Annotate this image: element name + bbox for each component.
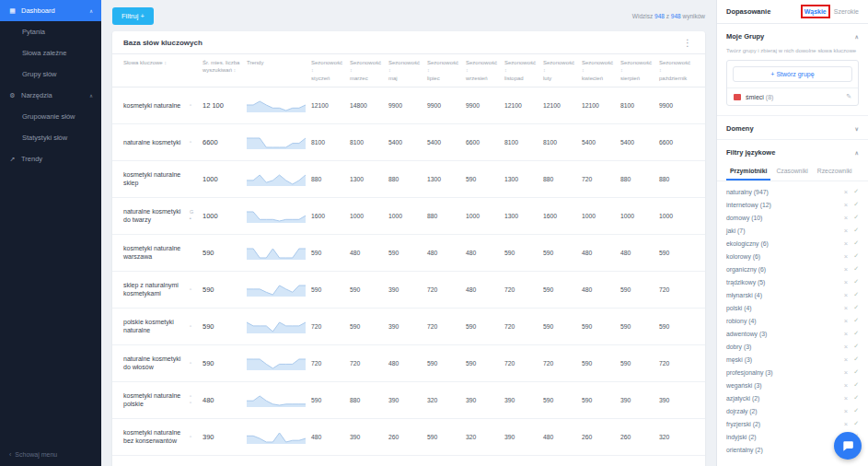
tab-keyword-database[interactable]: Baza słów kluczowych (123, 39, 203, 47)
exclude-word-icon[interactable]: × (844, 188, 848, 196)
include-word-icon[interactable]: ✓ (853, 201, 859, 208)
table-row[interactable]: kosmetyki naturalne warszawa590590480590… (112, 235, 705, 272)
exclude-word-icon[interactable]: × (844, 252, 848, 261)
table-row[interactable]: naturalne kosmetyki do twarzyG▪100016001… (112, 198, 705, 235)
column-header-keyword[interactable]: Słowa kluczowe ↕ (123, 59, 190, 66)
sidebar-item-grupowanie-słów[interactable]: Grupowanie słów (0, 106, 101, 127)
table-row[interactable]: kosmetyki naturalne▫12 10012100148009900… (112, 87, 705, 124)
table-row[interactable]: naturalne kosmetyki do włosów▫5907207204… (112, 345, 705, 382)
sidebar-item-pytania[interactable]: Pytania (0, 21, 101, 42)
keyword-badges: G▪ (190, 210, 203, 222)
exclude-word-icon[interactable]: × (844, 368, 848, 377)
include-word-icon[interactable]: ✓ (853, 304, 859, 311)
season-cell-maj: 9900 (388, 102, 427, 109)
column-header-sezonowosc-maj[interactable]: Sezonowość ↕maj (388, 59, 427, 82)
exclude-word-icon[interactable]: × (844, 355, 848, 364)
include-word-icon[interactable]: ✓ (853, 317, 859, 324)
column-header-sezonowosc-lipiec[interactable]: Sezonowość ↕lipiec (427, 59, 466, 82)
filter-button[interactable]: Filtruj + (112, 7, 154, 25)
chat-widget-button[interactable] (834, 432, 862, 460)
sidebar-item-narzędzia[interactable]: ⚙Narzędzia∧ (0, 85, 101, 106)
section-domeny[interactable]: Domeny ∨ (717, 116, 868, 139)
column-header-avg-volume[interactable]: Śr. mies. liczba wyszukiwań ↕ (203, 59, 247, 75)
exclude-word-icon[interactable]: × (844, 407, 848, 415)
table-row[interactable]: naturalne kosmetyki▫66008100810054005400… (112, 124, 705, 161)
tab-czasowniki[interactable]: Czasowniki (772, 163, 811, 181)
column-header-sezonowosc-sierpień[interactable]: Sezonowość ↕sierpień (620, 59, 659, 82)
sidebar-item-słowa-zależne[interactable]: Słowa zależne (0, 42, 101, 64)
exclude-word-icon[interactable]: × (844, 227, 848, 235)
exclude-word-icon[interactable]: × (844, 201, 848, 209)
create-group-button[interactable]: + Stwórz grupę (733, 66, 852, 82)
exclude-word-icon[interactable]: × (844, 239, 848, 248)
column-header-sezonowosc-listopad[interactable]: Sezonowość ↕listopad (504, 59, 543, 82)
include-word-icon[interactable]: ✓ (853, 239, 859, 247)
include-word-icon[interactable]: ✓ (853, 265, 859, 273)
include-word-icon[interactable]: ✓ (853, 420, 859, 427)
word-filter-row: naturalny (947)×✓ (726, 185, 859, 198)
exclude-word-icon[interactable]: × (844, 330, 848, 338)
exclude-word-icon[interactable]: × (844, 381, 848, 390)
exclude-word-icon[interactable]: × (844, 304, 848, 312)
column-header-sezonowosc-kwiecień[interactable]: Sezonowość ↕kwiecień (582, 59, 620, 82)
exclude-word-icon[interactable]: × (844, 420, 848, 428)
group-item[interactable]: śmieci (8) ✎ (727, 87, 858, 105)
exclude-word-icon[interactable]: × (844, 343, 848, 351)
include-word-icon[interactable]: ✓ (853, 343, 859, 350)
season-cell-lipiec: 480 (427, 250, 466, 256)
sidebar-item-trendy[interactable]: ↗Trendy (0, 148, 101, 169)
tab-przymiotniki[interactable]: Przymiotniki (726, 163, 770, 181)
exclude-word-icon[interactable]: × (844, 278, 848, 286)
include-word-icon[interactable]: ✓ (853, 330, 859, 337)
sidebar-item-dashboard[interactable]: ▦Dashboard∧ (0, 0, 101, 21)
include-word-icon[interactable]: ✓ (853, 214, 859, 221)
include-word-icon[interactable]: ✓ (853, 381, 859, 389)
include-word-icon[interactable]: ✓ (853, 407, 859, 414)
sidebar-item-grupy-słów[interactable]: Grupy słów (0, 64, 101, 85)
column-header-sezonowosc-październik[interactable]: Sezonowość ↕październik (659, 59, 698, 82)
include-word-icon[interactable]: ✓ (853, 355, 859, 363)
column-header-sezonowosc-marzec[interactable]: Sezonowość ↕marzec (350, 59, 388, 82)
sort-icon: ↕ (388, 67, 391, 73)
tab-rzeczowniki[interactable]: Rzeczowniki (814, 163, 856, 181)
exclude-word-icon[interactable]: × (844, 291, 848, 299)
sidebar-item-statystyki-słów[interactable]: Statystyki słów (0, 127, 101, 148)
table-row[interactable]: polskie kosmetyki naturalne▫590720590390… (112, 309, 705, 345)
include-word-icon[interactable]: ✓ (853, 394, 859, 402)
column-header-sezonowosc-wrzesień[interactable]: Sezonowość ↕wrzesień (466, 59, 504, 82)
section-filtry-jezykowe[interactable]: Filtry językowe ∧ (717, 140, 868, 163)
exclude-word-icon[interactable]: × (844, 265, 848, 274)
word-filter-row: wegański (3)×✓ (726, 379, 859, 391)
include-word-icon[interactable]: ✓ (853, 227, 859, 234)
matching-option-waskie[interactable]: Wąskie (804, 8, 827, 15)
app-window: ▦Dashboard∧PytaniaSłowa zależneGrupy słó… (0, 0, 868, 466)
exclude-word-icon[interactable]: × (844, 214, 848, 222)
include-word-icon[interactable]: ✓ (853, 368, 859, 376)
exclude-word-icon[interactable]: × (844, 394, 848, 402)
season-label: Sezonowość ↕ (350, 59, 385, 75)
include-word-icon[interactable]: ✓ (853, 188, 859, 195)
season-cell-sierpień: 590 (620, 360, 659, 367)
season-cell-kwiecień: 5400 (582, 139, 620, 146)
matching-option-szerokie[interactable]: Szerokie (834, 8, 859, 15)
table-row[interactable]: kosmetyki naturalne sklep100088013008801… (112, 161, 705, 198)
word-actions: ×✓ (844, 291, 859, 299)
table-row[interactable]: kosmetyki naturalne bez konserwantów▫390… (112, 419, 705, 456)
word-label: robiony (4) (726, 318, 757, 324)
include-word-icon[interactable]: ✓ (853, 252, 859, 260)
exclude-word-icon[interactable]: × (844, 317, 848, 325)
season-cell-styczeń: 720 (311, 323, 350, 330)
section-moje-grupy[interactable]: Moje Grupy ∧ (717, 24, 868, 47)
kebab-menu-icon[interactable]: ⋮ (681, 38, 694, 48)
column-header-sezonowosc-styczeń[interactable]: Sezonowość ↕styczeń (311, 59, 350, 82)
table-row[interactable]: sklep z naturalnymi kosmetykami▫59059059… (112, 272, 705, 309)
edit-group-icon[interactable]: ✎ (846, 93, 851, 100)
table-row[interactable]: kosmetyki naturalne polskie▫▫48059088039… (112, 382, 705, 419)
word-filter-list: naturalny (947)×✓internetowy (12)×✓domow… (717, 181, 868, 466)
column-header-sezonowosc-luty[interactable]: Sezonowość ↕luty (543, 59, 582, 82)
include-word-icon[interactable]: ✓ (853, 291, 859, 298)
include-word-icon[interactable]: ✓ (853, 278, 859, 285)
season-cell-marzec: 720 (350, 360, 388, 367)
season-cell-sierpień: 480 (620, 250, 659, 256)
collapse-menu-button[interactable]: ‹ Schowaj menu (0, 443, 101, 466)
